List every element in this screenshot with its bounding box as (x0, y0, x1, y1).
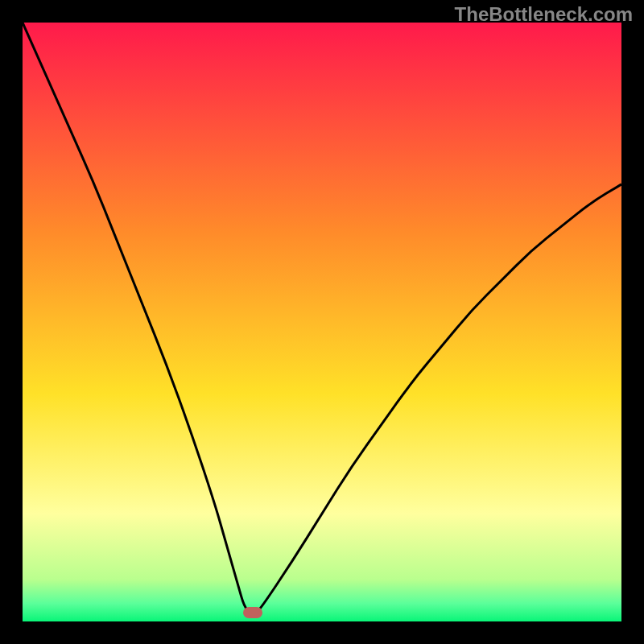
chart-frame: TheBottleneck.com (0, 0, 644, 644)
optimal-point-marker (243, 607, 262, 618)
bottleneck-curve (23, 23, 621, 621)
watermark-text: TheBottleneck.com (455, 3, 633, 26)
plot-area (23, 23, 621, 621)
